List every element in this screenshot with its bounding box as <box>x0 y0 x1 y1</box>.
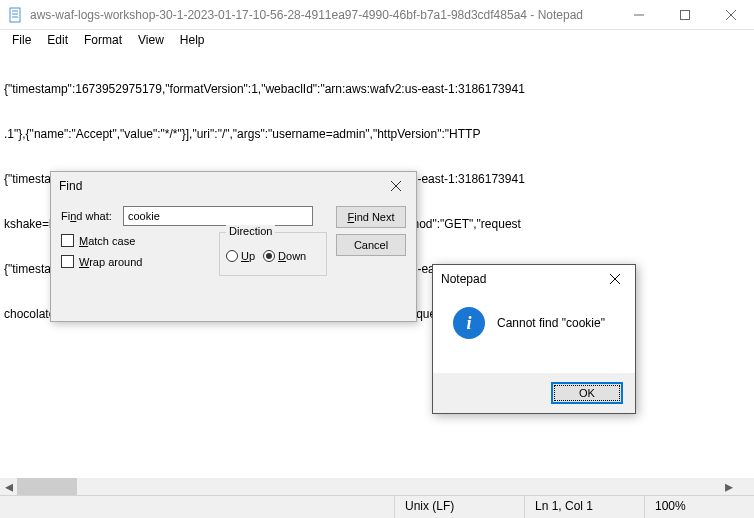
find-close-button[interactable] <box>384 176 408 196</box>
text-line: {"timestamp":1673952975179,"formatVersio… <box>4 82 750 97</box>
scroll-right-icon[interactable]: ▸ <box>720 478 737 495</box>
window-title: aws-waf-logs-workshop-30-1-2023-01-17-10… <box>30 8 616 22</box>
svg-rect-0 <box>10 8 20 22</box>
scroll-corner <box>737 478 754 495</box>
direction-down-radio[interactable]: Down <box>263 250 306 262</box>
radio-icon <box>263 250 275 262</box>
checkbox-icon <box>61 234 74 247</box>
direction-label: Direction <box>226 225 275 237</box>
status-encoding: Unix (LF) <box>394 496 524 518</box>
menu-view[interactable]: View <box>130 31 172 49</box>
title-bar: aws-waf-logs-workshop-30-1-2023-01-17-10… <box>0 0 754 30</box>
direction-group: Direction Up Down <box>219 232 327 276</box>
menu-bar: File Edit Format View Help <box>0 30 754 50</box>
maximize-button[interactable] <box>662 0 708 30</box>
ok-button[interactable]: OK <box>551 382 623 404</box>
find-dialog-title: Find <box>59 179 82 193</box>
find-what-label: Find what: <box>61 210 117 222</box>
radio-icon <box>226 250 238 262</box>
menu-format[interactable]: Format <box>76 31 130 49</box>
menu-file[interactable]: File <box>4 31 39 49</box>
info-icon: i <box>453 307 485 339</box>
text-line: .1"},{"name":"Accept","value":"*/*"}],"u… <box>4 127 750 142</box>
scrollbar-thumb[interactable] <box>17 478 77 495</box>
find-dialog-titlebar[interactable]: Find <box>51 172 416 200</box>
alert-titlebar[interactable]: Notepad <box>433 265 635 293</box>
find-dialog: Find Find what: Find Next Cancel Directi… <box>50 171 417 322</box>
alert-message: Cannot find "cookie" <box>497 316 605 330</box>
alert-close-button[interactable] <box>603 269 627 289</box>
close-button[interactable] <box>708 0 754 30</box>
alert-dialog: Notepad i Cannot find "cookie" OK <box>432 264 636 414</box>
horizontal-scrollbar[interactable]: ◂ ▸ <box>0 478 737 495</box>
alert-title-text: Notepad <box>441 272 486 286</box>
svg-rect-5 <box>681 10 690 19</box>
status-zoom: 100% <box>644 496 754 518</box>
checkbox-icon <box>61 255 74 268</box>
status-position: Ln 1, Col 1 <box>524 496 644 518</box>
direction-up-radio[interactable]: Up <box>226 250 255 262</box>
minimize-button[interactable] <box>616 0 662 30</box>
find-next-button[interactable]: Find Next <box>336 206 406 228</box>
status-bar: Unix (LF) Ln 1, Col 1 100% <box>0 495 754 518</box>
find-what-input[interactable] <box>123 206 313 226</box>
menu-help[interactable]: Help <box>172 31 213 49</box>
scroll-left-icon[interactable]: ◂ <box>0 478 17 495</box>
cancel-button[interactable]: Cancel <box>336 234 406 256</box>
notepad-icon <box>8 7 24 23</box>
menu-edit[interactable]: Edit <box>39 31 76 49</box>
